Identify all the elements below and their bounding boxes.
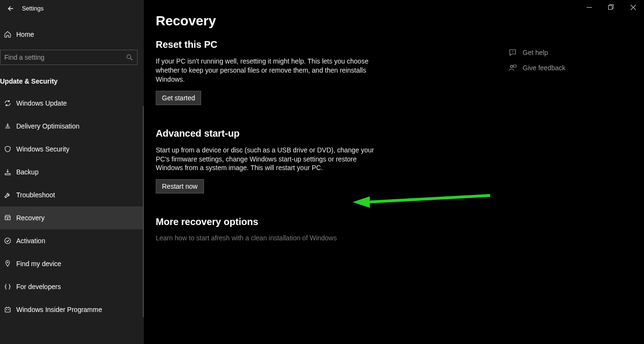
home-icon <box>2 31 13 38</box>
close-icon <box>631 5 636 10</box>
sidebar-item-recovery[interactable]: Recovery <box>0 206 144 229</box>
svg-point-2 <box>7 218 9 219</box>
sidebar-item-label: Troubleshoot <box>16 191 55 199</box>
svg-rect-8 <box>587 7 592 8</box>
search-input-field[interactable] <box>4 54 126 61</box>
more-heading: More recovery options <box>156 216 644 227</box>
sidebar-item-label: Delivery Optimisation <box>16 122 79 130</box>
search-icon <box>126 54 133 61</box>
sidebar-item-find-my-device[interactable]: Find my device <box>0 252 144 275</box>
sidebar-item-windows-security[interactable]: Windows Security <box>0 138 144 161</box>
sidebar-category: Update & Security <box>0 77 144 85</box>
help-bubble-icon: ? <box>507 48 518 57</box>
feedback-person-icon <box>507 64 518 72</box>
sidebar-item-backup[interactable]: Backup <box>0 161 144 183</box>
svg-point-6 <box>6 309 7 310</box>
svg-text:?: ? <box>512 50 514 54</box>
sidebar-item-activation[interactable]: Activation <box>0 229 144 252</box>
check-circle-icon <box>2 237 13 245</box>
svg-point-11 <box>510 65 513 68</box>
search-input[interactable] <box>0 50 138 65</box>
code-braces-icon <box>2 283 13 290</box>
svg-line-1 <box>130 58 132 60</box>
sidebar-item-delivery-optimisation[interactable]: Delivery Optimisation <box>0 115 144 138</box>
back-button[interactable] <box>4 2 17 15</box>
wrench-icon <box>2 191 13 199</box>
location-pin-icon <box>2 260 13 268</box>
svg-rect-5 <box>5 308 11 312</box>
recovery-icon <box>2 214 13 222</box>
page-title: Recovery <box>156 13 644 29</box>
sidebar-item-insider-programme[interactable]: Windows Insider Programme <box>0 298 144 321</box>
sidebar-nav: Windows Update Delivery Optimisation Win… <box>0 92 144 321</box>
windows-insider-icon <box>2 306 13 313</box>
advanced-body: Start up from a device or disc (such as … <box>156 146 380 173</box>
window-title: Settings <box>22 5 43 12</box>
get-started-button[interactable]: Get started <box>156 91 201 105</box>
aside-label: Give feedback <box>523 64 566 72</box>
sidebar-item-for-developers[interactable]: For developers <box>0 275 144 298</box>
backup-icon <box>2 168 13 176</box>
sidebar-item-label: Recovery <box>16 214 44 222</box>
minimize-button[interactable] <box>578 0 600 14</box>
svg-rect-9 <box>609 6 612 10</box>
svg-point-3 <box>5 238 11 244</box>
reset-body: If your PC isn't running well, resetting… <box>156 57 380 84</box>
fresh-install-link[interactable]: Learn how to start afresh with a clean i… <box>156 234 337 242</box>
maximize-button[interactable] <box>600 0 622 14</box>
sidebar-home-label: Home <box>16 31 34 38</box>
aside-label: Get help <box>523 49 548 56</box>
window-controls <box>578 0 644 14</box>
svg-rect-12 <box>514 65 516 67</box>
svg-point-4 <box>7 262 9 263</box>
sidebar-item-troubleshoot[interactable]: Troubleshoot <box>0 183 144 206</box>
sidebar-item-label: For developers <box>16 283 61 290</box>
sidebar-item-label: Find my device <box>16 260 61 268</box>
sidebar-scrollbar[interactable] <box>143 106 144 317</box>
give-feedback-link[interactable]: Give feedback <box>507 60 632 75</box>
sidebar-item-label: Windows Security <box>16 145 69 153</box>
sidebar-item-windows-update[interactable]: Windows Update <box>0 92 144 115</box>
svg-point-0 <box>127 55 131 59</box>
advanced-heading: Advanced start-up <box>156 128 644 139</box>
sidebar-item-label: Activation <box>16 237 45 245</box>
download-queue-icon <box>2 122 13 130</box>
arrow-left-icon <box>7 5 14 12</box>
svg-point-7 <box>8 309 9 310</box>
sidebar: Settings Home Update & Security <box>0 0 144 344</box>
close-button[interactable] <box>622 0 644 14</box>
get-help-link[interactable]: ? Get help <box>507 45 632 60</box>
aside-links: ? Get help Give feedback <box>507 45 632 75</box>
sidebar-item-label: Windows Update <box>16 99 67 107</box>
minimize-icon <box>587 5 592 10</box>
sync-icon <box>2 99 13 107</box>
restart-now-button[interactable]: Restart now <box>156 179 204 194</box>
maximize-icon <box>608 4 614 10</box>
sidebar-item-label: Windows Insider Programme <box>16 306 102 313</box>
main-content: Recovery Reset this PC If your PC isn't … <box>144 0 644 344</box>
sidebar-item-label: Backup <box>16 168 39 176</box>
sidebar-home[interactable]: Home <box>0 24 144 45</box>
shield-icon <box>2 145 13 153</box>
